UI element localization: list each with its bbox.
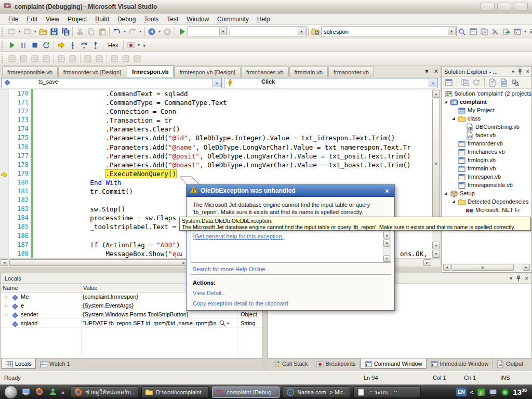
step-out-icon[interactable] <box>90 40 101 50</box>
locals-row-sqladd[interactable]: sqladd"UPDATE tb_repon SET id_rpn=@id ,n… <box>1 319 262 328</box>
complete-word-icon[interactable] <box>41 54 52 64</box>
code-line[interactable]: 170 .CommandText = sqladd <box>0 89 432 98</box>
solution-configurations-combo[interactable]: ▾ <box>188 26 228 36</box>
class-diagram-icon[interactable] <box>510 77 521 88</box>
code-line[interactable]: 179 .ExecuteNonQuery() <box>0 169 432 178</box>
stop-debugging-icon[interactable] <box>29 40 41 50</box>
row-expander-icon[interactable]: ▷ <box>1 312 7 317</box>
toolbar-overflow-icon[interactable]: ▾ <box>530 29 532 34</box>
messenger-quicklaunch-icon[interactable] <box>49 388 58 397</box>
tree-item-complaint[interactable]: VBcomplaint <box>442 98 531 106</box>
previous-bookmark-icon[interactable] <box>131 54 143 64</box>
code-line[interactable]: 177 .Parameters.Add("@posit", OleDbType.… <box>0 152 432 161</box>
panel-tab-error-list[interactable]: Error List <box>527 358 532 369</box>
navigate-backward-icon[interactable] <box>147 26 157 37</box>
find-combo[interactable]: ▾ <box>321 26 456 36</box>
scroll-thumb[interactable]: ◆ <box>383 240 390 247</box>
toolbar-grip[interactable] <box>2 54 4 63</box>
antivirus-tray-icon[interactable] <box>501 388 509 396</box>
scroll-down2-icon[interactable]: ▼ <box>432 250 440 258</box>
exception-dialog-header[interactable]: OleDbException was unhandled × <box>187 185 394 197</box>
comment-icon[interactable] <box>82 54 94 64</box>
menu-help[interactable]: Help <box>253 15 274 24</box>
undo-icon[interactable] <box>111 26 122 37</box>
show-desktop-icon[interactable] <box>22 388 31 397</box>
panel-tab-locals[interactable]: Locals <box>1 358 36 369</box>
close-panel-icon[interactable]: × <box>525 275 528 282</box>
panel-tab-call-stack[interactable]: Call Stack <box>269 358 312 369</box>
locals-row-sender[interactable]: ▷sender{System.Windows.Forms.ToolStripBu… <box>1 310 262 319</box>
decrease-indent-icon[interactable] <box>56 54 67 64</box>
events-combo-dropdown-icon[interactable]: ▾ <box>429 79 437 87</box>
start-button[interactable] <box>4 385 18 399</box>
title-bar[interactable]: complaint (Debugging) - Microsoft Visual… <box>0 0 532 14</box>
tree-item-frmchances-vb[interactable]: frmchances.vb <box>442 148 531 156</box>
view-code-icon[interactable] <box>487 77 498 88</box>
find-symbol-icon[interactable] <box>457 26 468 37</box>
view-designer-icon[interactable] <box>499 77 509 88</box>
tree-item-detected-dependencies[interactable]: Detected Dependencies <box>442 197 531 206</box>
panel-tab-watch-1[interactable]: Watch 1 <box>36 358 74 369</box>
tray-chevron-icon[interactable]: < <box>470 389 473 395</box>
configurations-dropdown-icon[interactable]: ▾ <box>219 28 227 35</box>
display-object-members-icon[interactable] <box>6 54 18 64</box>
active-files-dropdown-icon[interactable]: ▼ <box>424 68 430 75</box>
menu-tools[interactable]: Tools <box>140 15 163 24</box>
general-help-link[interactable]: Get general help for this exception. <box>193 233 285 240</box>
taskbar-button-folder[interactable]: D:\work\complaint <box>141 387 209 398</box>
tab-frmanorder-vb-design[interactable]: frmanorder.vb [Design] <box>58 66 126 77</box>
add-item-dropdown-icon[interactable]: ▾ <box>17 29 22 34</box>
scroll-thumb[interactable]: ◆ <box>432 99 440 229</box>
code-line[interactable]: 176 .Parameters.Add("@name", OleDbType.L… <box>0 143 432 152</box>
redo-dropdown-icon[interactable]: ▾ <box>138 29 143 34</box>
search-help-online-link[interactable]: Search for more Help Online... <box>193 266 270 272</box>
navigate-forward-icon[interactable] <box>162 26 173 37</box>
row-expander-icon[interactable]: ▷ <box>1 303 7 308</box>
events-combo[interactable]: Click ▾ <box>224 78 438 88</box>
paste-icon[interactable] <box>97 26 108 37</box>
step-into-icon[interactable] <box>67 40 78 50</box>
panel-tab-breakpoints[interactable]: Breakpoints <box>312 358 360 369</box>
copy-icon[interactable] <box>86 26 97 37</box>
taskbar-button-doc[interactable]: .:: ระบบ... ::. <box>353 387 421 398</box>
solution-configurations-input[interactable] <box>188 29 217 35</box>
increase-indent-icon[interactable] <box>67 54 78 64</box>
tree-item-my-project[interactable]: My Project <box>442 106 531 114</box>
tree-item-microsoft-net-fr[interactable]: Microsoft .NET Fr <box>442 206 531 214</box>
undo-dropdown-icon[interactable]: ▾ <box>123 29 127 34</box>
exception-dialog-close-icon[interactable]: × <box>383 187 391 195</box>
copy-detail-link[interactable]: Copy exception detail to the clipboard <box>193 300 288 307</box>
column-header-name[interactable]: Name <box>1 284 81 292</box>
solution-explorer-toolbar-icon[interactable] <box>478 26 489 37</box>
value-dropdown-icon[interactable]: ▾ <box>227 321 229 326</box>
find-dropdown-icon[interactable]: ▾ <box>448 28 456 35</box>
firefox-quicklaunch-icon[interactable] <box>35 388 45 397</box>
cut-icon[interactable] <box>74 26 85 37</box>
tree-item-frmrespon-vb[interactable]: frmrespon.vb <box>442 172 531 181</box>
scroll-left-icon[interactable]: ◄ <box>443 264 450 271</box>
platforms-dropdown-icon[interactable]: ▾ <box>298 28 305 35</box>
quick-info-icon[interactable] <box>29 54 41 64</box>
close-document-icon[interactable]: ✕ <box>434 68 438 75</box>
scroll-right-icon[interactable]: ► <box>423 259 431 266</box>
scroll-thumb[interactable]: ◆ <box>451 264 514 271</box>
expander-icon[interactable] <box>444 100 450 103</box>
minimize-button[interactable] <box>481 3 495 10</box>
tree-item-class[interactable]: class <box>442 114 531 123</box>
network-tray-icon[interactable] <box>489 388 497 396</box>
menu-view[interactable]: View <box>42 15 63 24</box>
refresh-icon[interactable] <box>471 77 482 88</box>
menu-community[interactable]: Community <box>213 15 253 24</box>
auto-hide-pin-icon[interactable] <box>516 275 521 282</box>
toolbox-icon[interactable] <box>490 26 501 37</box>
window-position-dropdown-icon[interactable]: ▾ <box>512 69 514 74</box>
language-indicator[interactable]: EN <box>456 388 467 396</box>
scroll-up-icon[interactable]: ▲ <box>383 232 390 238</box>
toolbar-options-dropdown-icon[interactable]: ▾ <box>523 29 528 34</box>
new-window-icon[interactable] <box>22 26 33 37</box>
properties-icon[interactable] <box>444 77 454 88</box>
expander-icon[interactable] <box>452 117 458 120</box>
exception-dialog[interactable]: OleDbException was unhandled × The Micro… <box>186 184 395 311</box>
next-bookmark-icon[interactable] <box>120 54 131 64</box>
step-over-icon[interactable] <box>78 40 90 50</box>
